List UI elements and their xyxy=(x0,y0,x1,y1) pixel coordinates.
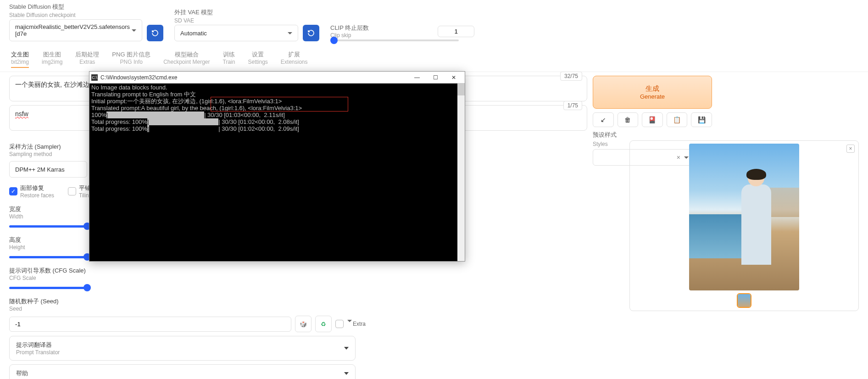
generate-button[interactable]: 生成 Generate xyxy=(593,76,712,109)
restore-faces-checkbox[interactable]: ✓ xyxy=(9,187,17,195)
translator-cn: 提示词翻译器 xyxy=(16,341,60,349)
sampler-value: DPM++ 2M Karras xyxy=(15,166,65,173)
action-button-0[interactable]: ↙ xyxy=(593,112,614,127)
height-slider[interactable] xyxy=(9,256,87,258)
prompt-translator-accordion[interactable]: 提示词翻译器 Prompt Translator xyxy=(9,336,356,361)
action-button-2[interactable]: 🎴 xyxy=(642,112,663,127)
cmd-scrollbar[interactable] xyxy=(457,84,465,261)
vae-select[interactable]: Automatic xyxy=(174,25,298,41)
tab-label-cn: PNG 图片信息 xyxy=(112,50,150,59)
generate-cn: 生成 xyxy=(601,84,703,93)
tab-txt2img[interactable]: 文生图txt2img xyxy=(11,50,29,68)
extra-seed-checkbox[interactable] xyxy=(335,320,344,328)
action-buttons-row: ↙🗑🎴📋💾 xyxy=(593,112,712,127)
maximize-button[interactable]: ☐ xyxy=(426,72,445,83)
tab-label-cn: 训练 xyxy=(223,50,235,59)
sd-model-select[interactable]: majicmixRealistic_betterV2V25.safetensor… xyxy=(9,19,142,41)
vae-value: Automatic xyxy=(180,30,207,37)
extra-label: Extra xyxy=(353,321,366,327)
seed-label-cn: 随机数种子 (Seed) xyxy=(9,297,587,306)
help-cn: 帮助 xyxy=(16,369,28,378)
cmd-line: Total progress: 100%| | 30/30 [01:02<00:… xyxy=(91,119,463,126)
scroll-thumb xyxy=(457,84,465,95)
tab-settings[interactable]: 设置Settings xyxy=(248,50,267,68)
action-button-3[interactable]: 📋 xyxy=(667,112,688,127)
tab-train[interactable]: 训练Train xyxy=(223,50,235,68)
tab-label-cn: 图生图 xyxy=(43,50,61,59)
cmd-line: No Image data blocks found. xyxy=(91,84,463,91)
reuse-seed-button[interactable]: ♻ xyxy=(315,316,332,332)
cmd-icon: C:\ xyxy=(91,74,98,81)
seed-input[interactable] xyxy=(9,317,291,332)
tab-label-en: PNG Info xyxy=(120,59,143,65)
seed-label-en: Seed xyxy=(9,306,587,312)
chevron-down-icon xyxy=(132,29,136,32)
width-slider[interactable] xyxy=(9,225,87,228)
tab-checkpoint merger[interactable]: 模型融合Checkpoint Merger xyxy=(163,50,210,68)
cmd-body[interactable]: No Image data blocks found.Translating p… xyxy=(89,84,465,261)
slider-thumb-icon xyxy=(330,37,338,44)
tab-label-en: Checkpoint Merger xyxy=(163,59,210,65)
cmd-line: Total progress: 100%| | 30/30 [01:02<00:… xyxy=(91,126,463,133)
sd-model-label-cn: Stable Diffusion 模型 xyxy=(9,3,142,11)
generate-en: Generate xyxy=(601,93,703,100)
tab-label-cn: 后期处理 xyxy=(75,50,99,59)
tab-label-en: txt2img xyxy=(11,59,29,65)
tab-label-cn: 文生图 xyxy=(11,50,29,59)
tab-label-en: Extensions xyxy=(281,59,308,65)
chevron-down-icon xyxy=(347,320,352,322)
clip-skip-slider[interactable] xyxy=(330,39,459,41)
neg-prompt-text: nsfw xyxy=(15,110,28,117)
tab-label-cn: 模型融合 xyxy=(175,50,199,59)
main-tabs: 文生图txt2img图生图img2img后期处理ExtrasPNG 图片信息PN… xyxy=(0,47,868,72)
tab-extras[interactable]: 后期处理Extras xyxy=(75,50,99,68)
tab-label-cn: 扩展 xyxy=(288,50,300,59)
prompt-token-counter: 32/75 xyxy=(560,72,582,81)
cmd-titlebar[interactable]: C:\ C:\Windows\system32\cmd.exe — ☐ ✕ xyxy=(89,72,465,84)
translator-en: Prompt Translator xyxy=(16,349,60,356)
refresh-vae-button[interactable] xyxy=(303,25,319,41)
restore-faces-en: Restore faces xyxy=(20,192,54,199)
styles-label-cn: 预设样式 xyxy=(593,131,712,139)
vae-label-cn: 外挂 VAE 模型 xyxy=(174,8,298,17)
restore-faces-cn: 面部修复 xyxy=(20,184,54,192)
action-button-1[interactable]: 🗑 xyxy=(618,112,639,127)
random-seed-button[interactable]: 🎲 xyxy=(295,316,312,332)
neg-prompt-token-counter: 1/75 xyxy=(563,101,582,110)
cmd-window: C:\ C:\Windows\system32\cmd.exe — ☐ ✕ No… xyxy=(89,71,465,262)
cmd-line: Translated prompt:A beautiful girl, by t… xyxy=(91,105,463,112)
minimize-button[interactable]: — xyxy=(408,72,426,83)
chevron-down-icon xyxy=(344,347,349,350)
vae-label-en: SD VAE xyxy=(174,17,298,24)
tiling-checkbox[interactable] xyxy=(68,187,76,195)
tab-png info[interactable]: PNG 图片信息PNG Info xyxy=(112,50,150,68)
chevron-down-icon xyxy=(344,372,349,375)
cmd-line: Translating prompt to English from 中文 xyxy=(91,91,463,98)
action-button-4[interactable]: 💾 xyxy=(691,112,712,127)
close-output-button[interactable]: × xyxy=(846,145,855,153)
tab-label-en: Train xyxy=(223,59,235,65)
sampler-select[interactable]: DPM++ 2M Karras xyxy=(9,161,87,178)
help-accordion[interactable]: 帮助 xyxy=(9,364,356,379)
sd-model-label-en: Stable Diffusion checkpoint xyxy=(9,12,142,18)
thumbnail[interactable] xyxy=(737,293,751,308)
cmd-line: 100%| | 30/30 [01:03<00:00, 2.11s/it] xyxy=(91,112,463,119)
cmd-line: Initial prompt:一个美丽的女孩, 在沙滩边, (1girl:1.6… xyxy=(91,98,463,105)
tab-label-cn: 设置 xyxy=(252,50,264,59)
cfg-slider[interactable] xyxy=(9,287,87,289)
tab-label-en: img2img xyxy=(42,59,62,65)
prompt-text-plain: 一个美丽的女孩, 在沙滩边, xyxy=(15,81,91,88)
output-gallery: × xyxy=(629,140,859,311)
slider-thumb-icon xyxy=(83,284,91,291)
chevron-down-icon xyxy=(288,32,292,34)
tab-label-en: Extras xyxy=(79,59,95,65)
clip-skip-input[interactable] xyxy=(438,26,474,37)
tab-label-en: Settings xyxy=(248,59,267,65)
tab-extensions[interactable]: 扩展Extensions xyxy=(281,50,308,68)
clip-label-cn: CLIP 终止层数 xyxy=(330,24,369,32)
tab-img2img[interactable]: 图生图img2img xyxy=(42,50,62,68)
generated-image[interactable] xyxy=(689,144,799,290)
close-window-button[interactable]: ✕ xyxy=(445,72,463,83)
refresh-model-button[interactable] xyxy=(147,25,163,41)
top-controls: Stable Diffusion 模型 Stable Diffusion che… xyxy=(0,0,868,44)
